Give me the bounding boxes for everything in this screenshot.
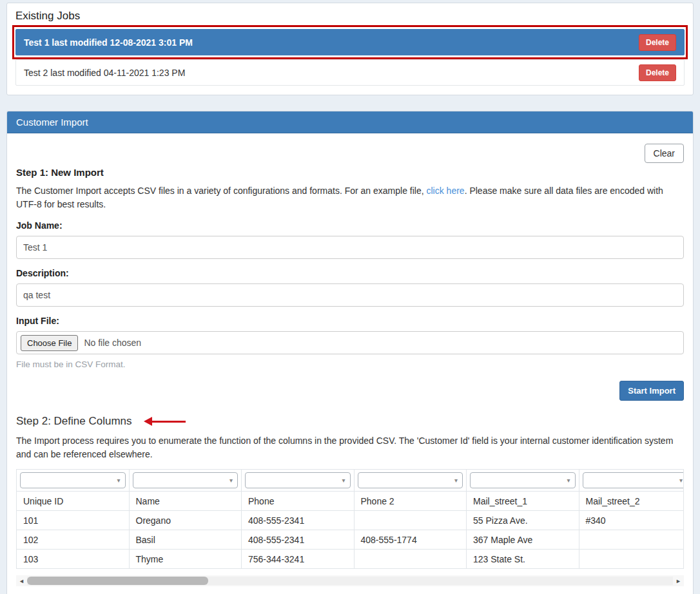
table-header-cell: Mail_street_2	[579, 492, 684, 511]
table-cell: 408-555-2341	[242, 511, 355, 530]
example-file-link[interactable]: click here	[427, 186, 465, 196]
table-header-cell: Mail_street_1	[467, 492, 579, 511]
table-cell	[579, 530, 684, 550]
job-label: Test 1 last modified 12-08-2021 3:01 PM	[24, 37, 193, 48]
horizontal-scrollbar[interactable]: ◄ ►	[16, 575, 684, 586]
table-header-row: Unique ID Name Phone Phone 2 Mail_street…	[17, 492, 685, 511]
table-cell	[354, 511, 467, 530]
column-select[interactable]: ▾	[583, 472, 685, 488]
step1-heading: Step 1: New Import	[16, 167, 684, 178]
table-row: 102 Basil 408-555-2341 408-555-1774 367 …	[17, 530, 685, 550]
chevron-down-icon: ▾	[342, 477, 345, 484]
column-select[interactable]: ▾	[20, 472, 126, 488]
csv-preview-table: ▾ ▾ ▾ ▾ ▾ ▾ Unique ID Name Phone Phone 2…	[16, 469, 684, 569]
intro-text-before: The Customer Import accepts CSV files in…	[16, 186, 427, 196]
description-input[interactable]	[16, 283, 684, 307]
scrollbar-track[interactable]	[27, 577, 673, 585]
no-file-chosen-text: No file chosen	[84, 338, 141, 348]
delete-button[interactable]: Delete	[639, 34, 676, 51]
table-cell: 102	[17, 530, 130, 550]
job-row-test1[interactable]: Test 1 last modified 12-08-2021 3:01 PM …	[15, 29, 685, 55]
table-row: 101 Oregano 408-555-2341 55 Pizza Ave. #…	[17, 511, 685, 530]
choose-file-button[interactable]: Choose File	[21, 335, 78, 351]
table-cell: 408-555-2341	[242, 530, 355, 550]
chevron-down-icon: ▾	[454, 477, 458, 484]
table-header-cell: Phone 2	[354, 492, 467, 511]
csv-preview-table-wrap: ▾ ▾ ▾ ▾ ▾ ▾ Unique ID Name Phone Phone 2…	[16, 469, 684, 569]
table-cell	[579, 550, 684, 569]
clear-button[interactable]: Clear	[645, 144, 684, 163]
chevron-down-icon: ▾	[679, 477, 683, 484]
panel-title: Customer Import	[7, 111, 693, 133]
file-input[interactable]: Choose File No file chosen	[16, 331, 684, 354]
start-import-button[interactable]: Start Import	[619, 381, 684, 401]
chevron-down-icon: ▾	[567, 477, 570, 484]
customer-import-panel: Customer Import Clear Step 1: New Import…	[6, 111, 694, 594]
table-cell: 103	[17, 550, 130, 569]
chevron-down-icon: ▾	[229, 477, 233, 484]
job-label: Test 2 last modified 04-11-2021 1:23 PM	[24, 68, 185, 78]
column-select[interactable]: ▾	[133, 472, 238, 488]
jobs-list: Test 1 last modified 12-08-2021 3:01 PM …	[15, 29, 685, 86]
table-cell	[354, 550, 467, 569]
step1-description: The Customer Import accepts CSV files in…	[16, 184, 684, 211]
table-cell: Thyme	[129, 550, 242, 569]
job-name-input[interactable]	[16, 236, 684, 259]
page: Existing Jobs Test 1 last modified 12-08…	[0, 0, 700, 594]
table-header-cell: Unique ID	[17, 492, 130, 511]
table-cell: 408-555-1774	[354, 530, 467, 550]
column-select-row: ▾ ▾ ▾ ▾ ▾ ▾	[17, 470, 685, 492]
column-select[interactable]: ▾	[470, 472, 576, 488]
arrow-head-icon	[144, 417, 152, 426]
table-cell: Oregano	[129, 511, 242, 530]
delete-button[interactable]: Delete	[639, 64, 676, 81]
existing-jobs-panel: Existing Jobs Test 1 last modified 12-08…	[6, 3, 694, 95]
column-select[interactable]: ▾	[358, 472, 463, 488]
csv-format-hint: File must be in CSV Format.	[16, 359, 684, 369]
scroll-right-icon[interactable]: ►	[673, 575, 684, 586]
arrow-shaft	[152, 421, 186, 423]
panel-body: Clear Step 1: New Import The Customer Im…	[7, 133, 693, 594]
annotation-arrow	[144, 417, 186, 426]
table-cell: Basil	[129, 530, 242, 550]
job-name-label: Job Name:	[16, 220, 684, 231]
table-cell: 101	[17, 511, 130, 530]
table-cell: 367 Maple Ave	[467, 530, 579, 550]
table-header-cell: Name	[129, 492, 242, 511]
scroll-left-icon[interactable]: ◄	[16, 575, 27, 586]
column-select[interactable]: ▾	[245, 472, 351, 488]
description-label: Description:	[16, 268, 684, 278]
table-cell: 756-344-3241	[242, 550, 355, 569]
table-cell: #340	[579, 511, 684, 530]
table-header-cell: Phone	[242, 492, 355, 511]
job-row-test2[interactable]: Test 2 last modified 04-11-2021 1:23 PM …	[15, 59, 685, 86]
chevron-down-icon: ▾	[117, 477, 120, 484]
input-file-label: Input File:	[16, 316, 684, 326]
step2-heading: Step 2: Define Columns	[16, 415, 132, 428]
existing-jobs-title: Existing Jobs	[15, 10, 685, 23]
scrollbar-thumb[interactable]	[27, 577, 208, 585]
step2-description: The Import process requires you to enume…	[16, 434, 684, 461]
table-row: 103 Thyme 756-344-3241 123 State St.	[17, 550, 685, 569]
table-cell: 123 State St.	[467, 550, 579, 569]
table-cell: 55 Pizza Ave.	[467, 511, 579, 530]
